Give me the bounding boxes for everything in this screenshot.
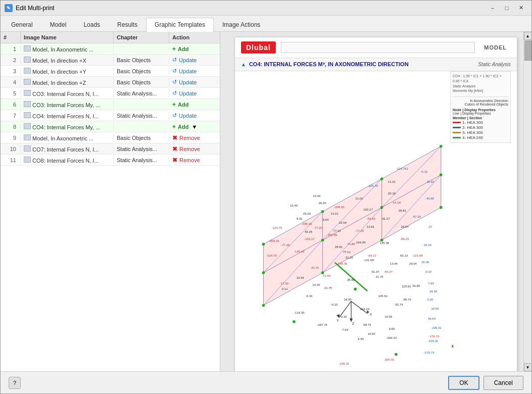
- svg-text:28.81: 28.81: [399, 209, 407, 212]
- row-chapter: Basic Objects: [114, 78, 169, 86]
- tab-general[interactable]: General: [3, 18, 41, 31]
- ok-button[interactable]: OK: [448, 376, 479, 390]
- svg-text:-27: -27: [428, 225, 432, 228]
- help-button[interactable]: ?: [9, 377, 21, 389]
- svg-text:-63.13: -63.13: [367, 254, 376, 257]
- svg-text:7.63: 7.63: [342, 328, 348, 331]
- row-chapter: [114, 104, 169, 106]
- cancel-button[interactable]: Cancel: [483, 376, 523, 390]
- row-action: ↺ Update: [169, 56, 220, 64]
- legend-box: CO4 : 1.35 * IC1 + 1.50 * IC2 + 0.90 * I…: [450, 71, 511, 143]
- table-row[interactable]: 11 CO8: Internal Forces N, I...Static An…: [1, 155, 220, 166]
- table-row[interactable]: 4 Model, In direction +ZBasic Objects↺ U…: [1, 77, 220, 88]
- row-image-name: Model, In Axonometric ...: [21, 133, 114, 142]
- svg-text:-31.01: -31.01: [310, 266, 319, 269]
- svg-point-139: [440, 173, 443, 176]
- action-label: Remove: [179, 157, 200, 163]
- scroll-track[interactable]: [524, 40, 531, 363]
- svg-text:58.64: 58.64: [428, 317, 436, 320]
- svg-text:29.20: 29.20: [303, 212, 311, 215]
- svg-text:28.80: 28.80: [347, 278, 355, 281]
- image-icon: [24, 157, 31, 163]
- svg-text:-208.16: -208.16: [269, 239, 279, 242]
- update-icon: ↺: [172, 57, 177, 63]
- svg-point-141: [293, 320, 296, 323]
- table-row[interactable]: 9 Model, In Axonometric ...Basic Objects…: [1, 132, 220, 143]
- action-label: Remove: [179, 146, 200, 152]
- main-content: # Image Name Chapter Action 1 Model, In …: [1, 32, 531, 371]
- svg-text:-121.08: -121.08: [363, 259, 374, 262]
- svg-text:-145.36: -145.36: [337, 262, 348, 265]
- tab-results[interactable]: Results: [109, 18, 146, 31]
- action-label: Add: [178, 124, 188, 130]
- svg-text:-124.79: -124.79: [272, 226, 282, 229]
- svg-text:-124.79: -124.79: [367, 184, 378, 187]
- scroll-down-button[interactable]: ▼: [524, 363, 532, 371]
- svg-point-134: [440, 145, 443, 148]
- main-window: ✎ Edit Multi-print − □ ✕ General Model L…: [0, 0, 532, 394]
- row-action: ↺ Update: [169, 89, 220, 97]
- header-input-field[interactable]: [281, 42, 475, 53]
- table-row[interactable]: 6 CO3: Internal Forces My, ...+ Add: [1, 99, 220, 110]
- table-row[interactable]: 8 CO4: Internal Forces My, ...+ Add ▼: [1, 121, 220, 132]
- svg-point-138: [380, 206, 383, 209]
- image-icon: [24, 123, 31, 129]
- image-icon: [24, 45, 31, 52]
- image-icon: [24, 90, 31, 96]
- legend-items: 1- HEA 3002- HEA 3003- HEA 3004- HEA 240: [453, 120, 508, 140]
- scroll-up-button[interactable]: ▲: [524, 32, 532, 40]
- subtitle-line2: Static Analysis: [453, 84, 508, 89]
- svg-text:244.00: 244.00: [356, 241, 366, 244]
- row-image-name: Model, In direction +X: [21, 56, 114, 65]
- svg-text:-208.16: -208.16: [302, 222, 312, 225]
- action-label: Remove: [179, 135, 200, 141]
- minimize-button[interactable]: −: [486, 3, 499, 13]
- row-num: 2: [1, 56, 21, 64]
- close-button[interactable]: ✕: [514, 3, 527, 13]
- row-action: ↺ Update: [169, 78, 220, 86]
- svg-text:13.44: 13.44: [390, 262, 398, 265]
- table-row[interactable]: 3 Model, In direction +YBasic Objects↺ U…: [1, 66, 220, 77]
- svg-text:-40.60: -40.60: [425, 197, 434, 200]
- action-label: Update: [179, 79, 197, 85]
- row-image-name: CO3: Internal Forces My, ...: [21, 100, 114, 109]
- tab-loads[interactable]: Loads: [75, 18, 109, 31]
- svg-text:-0.10: -0.10: [340, 315, 347, 318]
- svg-point-129: [262, 304, 265, 307]
- svg-text:-96.23: -96.23: [400, 237, 409, 240]
- table-row[interactable]: 1 Model, In Axonometric ...+ Add: [1, 43, 220, 55]
- action-dropdown-button[interactable]: ▼: [190, 124, 198, 130]
- maximize-button[interactable]: □: [500, 3, 513, 13]
- svg-text:-54.27: -54.27: [384, 270, 393, 273]
- svg-text:-226.31: -226.31: [384, 358, 395, 361]
- col-header-action: Action: [169, 32, 220, 43]
- table-row[interactable]: 10 CO7: Internal Forces N, I...Static An…: [1, 143, 220, 155]
- vertical-scrollbar[interactable]: ▲ ▼: [523, 32, 531, 371]
- preview-title-bar: ▲ CO4: INTERNAL FORCES Mʸ, IN AXONOMETRI…: [235, 58, 517, 71]
- legend-item: 2- HEA 300: [453, 125, 508, 130]
- legend-item: 3- HEA 300: [453, 130, 508, 135]
- legend-color-swatch: [453, 137, 461, 138]
- row-chapter: [114, 48, 169, 50]
- row-num: 6: [1, 101, 21, 109]
- svg-text:18.00: 18.00: [344, 298, 352, 301]
- tab-model[interactable]: Model: [41, 18, 75, 31]
- tab-image-actions[interactable]: Image Actions: [214, 18, 269, 31]
- row-chapter: [114, 126, 169, 128]
- table-row[interactable]: 2 Model, In direction +XBasic Objects↺ U…: [1, 55, 220, 66]
- table-row[interactable]: 7 CO4: Internal Forces N, I...Static Ana…: [1, 110, 220, 121]
- tab-graphic-templates[interactable]: Graphic Templates: [146, 18, 214, 32]
- svg-point-130: [321, 210, 324, 213]
- svg-text:264.23: 264.23: [360, 308, 370, 311]
- svg-text:-124.791: -124.791: [396, 167, 409, 170]
- svg-text:21.75: 21.75: [324, 286, 332, 289]
- preview-header: Dlubal MODEL: [235, 37, 517, 58]
- table-row[interactable]: 5 CO3: Internal Forces N, I...Static Ana…: [1, 88, 220, 99]
- svg-text:34.50: 34.50: [429, 290, 438, 293]
- svg-text:-226.31: -226.31: [431, 326, 442, 329]
- image-icon: [24, 134, 31, 140]
- scroll-thumb[interactable]: [524, 40, 531, 61]
- legend-item-label: 1- HEA 300: [462, 120, 483, 125]
- title-bar-left: ✎ Edit Multi-print: [5, 4, 55, 12]
- svg-text:-17.30: -17.30: [280, 282, 289, 285]
